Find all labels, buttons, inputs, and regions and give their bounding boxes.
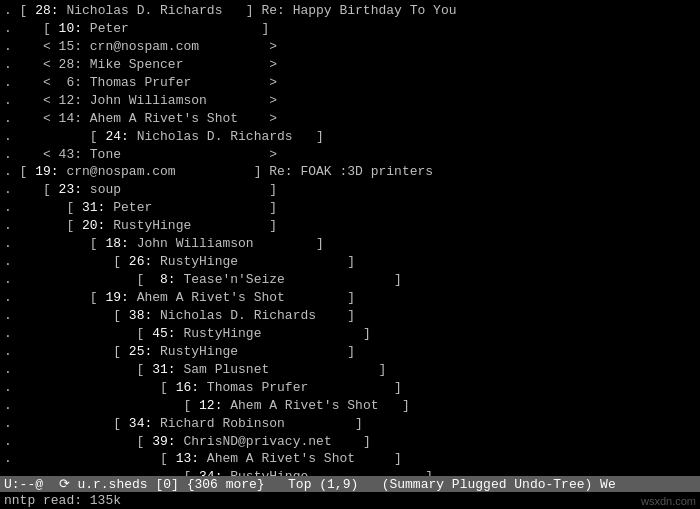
line-4: . < 6: Thomas Prufer > (4, 74, 696, 92)
line-23: . [ 34: Richard Robinson ] (4, 415, 696, 433)
line-18: . [ 45: RustyHinge ] (4, 325, 696, 343)
line-10: . [ 23: soup ] (4, 181, 696, 199)
line-26: . [ 34: RustyHinge ] (4, 468, 696, 476)
line-5: . < 12: John Williamson > (4, 92, 696, 110)
bottom-line: nntp read: 135k (0, 492, 700, 509)
line-25: . [ 13: Ahem A Rivet's Shot ] (4, 450, 696, 468)
line-9: . [ 19: crn@nospam.com ] Re: FOAK :3D pr… (4, 163, 696, 181)
line-11: . [ 31: Peter ] (4, 199, 696, 217)
line-17: . [ 38: Nicholas D. Richards ] (4, 307, 696, 325)
line-15: . [ 8: Tease'n'Seize ] (4, 271, 696, 289)
line-6: . < 14: Ahem A Rivet's Shot > (4, 110, 696, 128)
line-1: . [ 10: Peter ] (4, 20, 696, 38)
line-21: . [ 16: Thomas Prufer ] (4, 379, 696, 397)
line-19: . [ 25: RustyHinge ] (4, 343, 696, 361)
status-bar: U:--@ ⟳ u.r.sheds [0] {306 more} Top (1,… (0, 476, 700, 492)
line-3: . < 28: Mike Spencer > (4, 56, 696, 74)
main-content: . [ 28: Nicholas D. Richards ] Re: Happy… (0, 0, 700, 476)
line-16: . [ 19: Ahem A Rivet's Shot ] (4, 289, 696, 307)
terminal: . [ 28: Nicholas D. Richards ] Re: Happy… (0, 0, 700, 509)
watermark: wsxdn.com (641, 495, 696, 507)
line-13: . [ 18: John Williamson ] (4, 235, 696, 253)
line-12: . [ 20: RustyHinge ] (4, 217, 696, 235)
line-22: . [ 12: Ahem A Rivet's Shot ] (4, 397, 696, 415)
line-14: . [ 26: RustyHinge ] (4, 253, 696, 271)
line-2: . < 15: crn@nospam.com > (4, 38, 696, 56)
line-8: . < 43: Tone > (4, 146, 696, 164)
line-0: . [ 28: Nicholas D. Richards ] Re: Happy… (4, 2, 696, 20)
line-20: . [ 31: Sam Plusnet ] (4, 361, 696, 379)
line-7: . [ 24: Nicholas D. Richards ] (4, 128, 696, 146)
line-24: . [ 39: ChrisND@privacy.net ] (4, 433, 696, 451)
